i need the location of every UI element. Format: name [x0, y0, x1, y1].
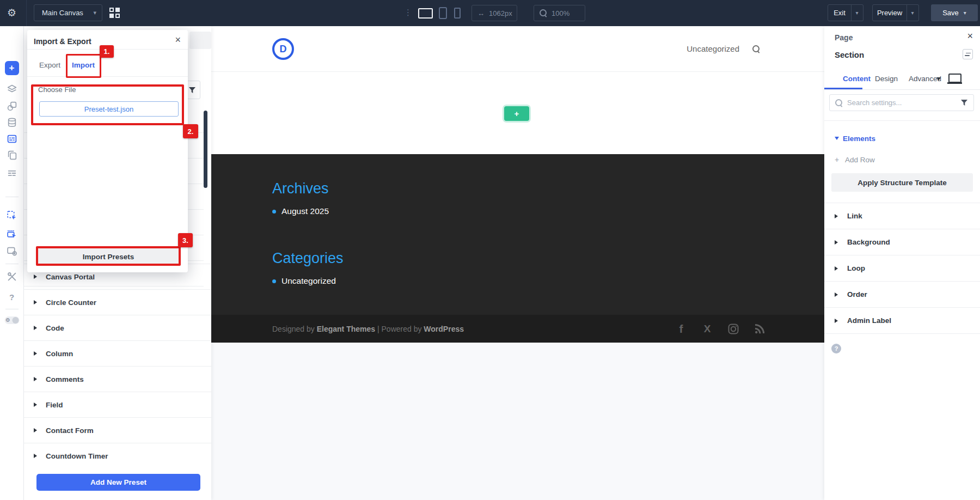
- phone-view-button[interactable]: [454, 8, 461, 19]
- category-list-item[interactable]: Uncategorized: [272, 276, 763, 286]
- preset-group-code[interactable]: Code: [24, 315, 211, 340]
- layers-icon[interactable]: [7, 84, 17, 95]
- group-order[interactable]: Order: [824, 282, 980, 308]
- group-label: Background: [847, 238, 890, 246]
- panel-scrollbar[interactable]: [204, 111, 207, 188]
- rail-divider: [5, 264, 19, 264]
- caret-right-icon: [34, 351, 37, 356]
- canvas-width-input[interactable]: ↔ 1062px: [471, 5, 517, 21]
- export-tab[interactable]: Export: [39, 61, 60, 69]
- preset-group-label: Column: [46, 350, 73, 358]
- apply-structure-template-button[interactable]: Apply Structure Template: [831, 173, 973, 192]
- tabs-dropdown-caret-icon[interactable]: [936, 77, 941, 81]
- bullet-icon: [272, 279, 276, 283]
- tools-icon[interactable]: [7, 272, 17, 282]
- site-search-icon[interactable]: [752, 45, 760, 53]
- close-panel-icon[interactable]: ×: [967, 31, 973, 42]
- archive-list-item[interactable]: August 2025: [272, 206, 763, 216]
- desktop-view-button[interactable]: [418, 8, 433, 19]
- preset-group-column[interactable]: Column: [24, 340, 211, 366]
- caret-down-icon[interactable]: [835, 137, 839, 140]
- group-background[interactable]: Background: [824, 229, 980, 255]
- funnel-icon[interactable]: [960, 99, 968, 106]
- preset-group-circle-counter[interactable]: Circle Counter: [24, 289, 211, 315]
- preview-button[interactable]: Preview: [872, 4, 907, 21]
- preset-group-label: Canvas Portal: [46, 273, 95, 281]
- copy-layouts-icon[interactable]: [7, 150, 17, 161]
- tab-design[interactable]: Design: [875, 75, 898, 83]
- nav-link-uncategorized[interactable]: Uncategorized: [687, 44, 739, 53]
- design-shapes-icon[interactable]: [7, 101, 17, 112]
- rail-divider: [5, 309, 19, 309]
- exit-dropdown-chevron[interactable]: ▾: [851, 4, 863, 21]
- more-options-icon[interactable]: ⋮: [404, 7, 412, 18]
- group-label: Loop: [847, 264, 865, 272]
- caret-right-icon: [34, 454, 37, 458]
- preset-group-label: Contact Form: [46, 426, 94, 435]
- page-footer: Designed by Elegant Themes | Powered by …: [211, 315, 824, 343]
- tablet-view-button[interactable]: [439, 7, 447, 19]
- elements-group-header[interactable]: Elements: [843, 135, 875, 143]
- panel-title: Page: [835, 33, 853, 42]
- hover-select-mode-button[interactable]: [7, 210, 17, 221]
- site-logo[interactable]: D: [272, 38, 294, 60]
- exit-button[interactable]: Exit: [828, 4, 852, 21]
- add-module-button[interactable]: +: [5, 61, 19, 75]
- group-label: Order: [847, 290, 867, 298]
- panel-divider: [824, 120, 980, 121]
- caret-right-icon: [34, 377, 37, 381]
- preset-group-countdown-timer[interactable]: Countdown Timer: [24, 443, 211, 468]
- canvas-zoom-input[interactable]: 100%: [534, 5, 585, 21]
- rows-list-icon[interactable]: [7, 168, 17, 179]
- close-modal-icon[interactable]: ×: [175, 34, 181, 46]
- desktop-responsive-icon[interactable]: [948, 74, 961, 83]
- add-row-plus-icon[interactable]: +: [835, 155, 839, 164]
- preset-group-contact-form[interactable]: Contact Form: [24, 417, 211, 443]
- preview-dropdown-chevron[interactable]: ▾: [906, 4, 919, 21]
- builder-mode-toggle[interactable]: ⚙: [4, 316, 19, 324]
- credits-text: Designed by: [272, 325, 315, 333]
- save-label: Save: [942, 9, 959, 17]
- group-loop[interactable]: Loop: [824, 255, 980, 282]
- element-presets-icon[interactable]: [963, 49, 973, 59]
- designer-link[interactable]: Elegant Themes: [317, 325, 375, 333]
- caret-right-icon: [835, 292, 838, 297]
- grid-select-mode-button[interactable]: [7, 228, 17, 239]
- caret-right-icon: [835, 240, 838, 245]
- annotation-box-1: [66, 54, 101, 78]
- caret-right-icon: [835, 319, 838, 323]
- builder-settings-gear-icon[interactable]: ⚙: [7, 7, 16, 19]
- canvas-selector-dropdown[interactable]: Main Canvas ▾: [34, 4, 102, 21]
- database-icon[interactable]: [7, 118, 17, 128]
- save-button[interactable]: Save ▾: [931, 4, 978, 21]
- caret-right-icon: [835, 214, 838, 218]
- settings-search-input[interactable]: Search settings...: [829, 94, 974, 111]
- module-settings-icon[interactable]: [7, 246, 17, 257]
- plus-icon: +: [514, 109, 519, 118]
- preset-group-comments[interactable]: Comments: [24, 366, 211, 392]
- selected-element-label: Section: [835, 50, 864, 59]
- caret-right-icon: [34, 326, 37, 330]
- layout-grid-button[interactable]: [109, 8, 121, 19]
- preset-group-field[interactable]: Field: [24, 392, 211, 417]
- add-row-button[interactable]: Add Row: [845, 156, 875, 164]
- zoom-magnifier-icon: [540, 9, 547, 17]
- toggle-track: ⚙: [4, 316, 19, 324]
- panel-help-icon[interactable]: ?: [831, 344, 841, 353]
- x-twitter-icon[interactable]: X: [701, 323, 713, 335]
- group-link[interactable]: Link: [824, 203, 980, 229]
- instagram-icon[interactable]: [727, 323, 739, 335]
- add-new-preset-button[interactable]: Add New Preset: [36, 474, 200, 491]
- facebook-icon[interactable]: f: [675, 323, 687, 335]
- preset-group-label: Code: [46, 324, 64, 332]
- credits-text: Powered by: [382, 325, 422, 333]
- platform-link[interactable]: WordPress: [424, 325, 464, 333]
- group-admin-label[interactable]: Admin Label: [824, 308, 980, 334]
- tab-content[interactable]: Content: [843, 75, 871, 83]
- rss-icon[interactable]: [754, 323, 765, 335]
- panel-header-chip: [189, 32, 211, 49]
- add-section-button[interactable]: +: [504, 106, 529, 121]
- presets-panel-button-active[interactable]: [7, 134, 17, 144]
- credits-separator: |: [377, 325, 379, 333]
- help-icon[interactable]: ?: [9, 292, 14, 302]
